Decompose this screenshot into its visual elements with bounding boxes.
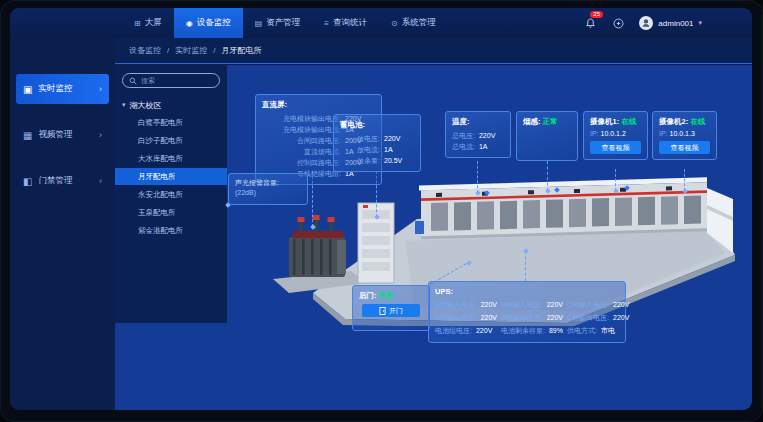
metric-value: 1A: [479, 141, 504, 152]
nav-item-system[interactable]: ⊙ 系统管理: [379, 8, 448, 38]
metric-value: 220V: [547, 299, 565, 310]
sidebar-item-label: 门禁管理: [38, 175, 72, 187]
metric-label: A相输出电压:: [435, 312, 477, 323]
station-tree: ▾ 湖大校区 白鹭亭配电所 白沙子配电所 大水库配电所 月牙配电所 永安北配电所…: [122, 97, 220, 239]
panel-title: 烟感: 正常: [523, 117, 571, 127]
metric-value: 220V: [481, 312, 499, 323]
chevron-right-icon: ›: [99, 130, 102, 140]
breadcrumb: 设备监控 / 实时监控 / 月牙配电所: [115, 38, 752, 64]
big-screen-icon: ⊞: [134, 19, 141, 28]
main-nav: ⊞ 大屏 ◉ 设备监控 ▤ 资产管理 ≡ 查询统计 ⊙ 系统管理: [122, 8, 448, 38]
open-door-label: 开门: [389, 306, 403, 316]
status-badge: 在线: [690, 117, 705, 126]
view-video-button[interactable]: 查看视频: [659, 141, 710, 154]
breadcrumb-current: 月牙配电所: [221, 45, 261, 56]
monitor-icon: ◉: [186, 19, 193, 28]
temperature-panel: 温度: 总电压:220V 总电流:1A: [445, 111, 511, 158]
view-video-button[interactable]: 查看视频: [590, 141, 641, 154]
metric-label: C相输入电压:: [567, 299, 609, 310]
notification-badge: 25: [590, 11, 603, 18]
door-panel: 后门: 关闭 开门: [352, 285, 430, 331]
fullscreen-button[interactable]: [611, 16, 625, 30]
tree-search-input[interactable]: [141, 77, 213, 84]
panel-title: 后门: 关闭: [359, 291, 423, 301]
metric-label: 电池组电压:: [435, 325, 472, 336]
metric-label: 控制回路电压:: [262, 157, 341, 168]
alarm-value: (22dB): [235, 188, 301, 198]
nav-item-query[interactable]: ≡ 查询统计: [312, 8, 379, 38]
notification-bell-button[interactable]: 25: [583, 16, 597, 30]
device-frame: ⊞ 大屏 ◉ 设备监控 ▤ 资产管理 ≡ 查询统计 ⊙ 系统管理: [0, 0, 763, 422]
chevron-down-icon: ▾: [698, 19, 702, 27]
ip-value: 10.0.1.3: [670, 130, 695, 137]
query-stats-icon: ≡: [324, 19, 329, 28]
metric-value: 1A: [384, 144, 414, 155]
alarm-label: 声光报警音量:: [235, 178, 301, 188]
connector-line: [547, 161, 548, 191]
metric-value: 220V: [547, 312, 565, 323]
chevron-right-icon: ›: [99, 176, 102, 186]
tree-collapse-icon: ▾: [122, 101, 126, 109]
tree-group-campus[interactable]: ▾ 湖大校区: [122, 97, 220, 113]
metric-label: B相输出电压:: [501, 312, 543, 323]
tree-item-station[interactable]: 大水库配电所: [115, 150, 227, 167]
metric-label: 总电流:: [452, 141, 475, 152]
nav-label: 设备监控: [197, 17, 231, 29]
camera2-panel: 摄像机2: 在线 IP: 10.0.1.3 查看视频: [652, 111, 717, 160]
tree-item-station[interactable]: 白鹭亭配电所: [115, 114, 227, 131]
breadcrumb-item[interactable]: 设备监控: [129, 45, 161, 56]
tree-item-station[interactable]: 紫金港配电所: [115, 222, 227, 239]
panel-title: 摄像机2: 在线: [659, 117, 710, 127]
main-area: 设备监控 / 实时监控 / 月牙配电所: [115, 38, 752, 410]
panel-title: 摄像机1: 在线: [590, 117, 641, 127]
status-badge: 正常: [543, 117, 558, 126]
metric-value: 220V: [384, 133, 414, 144]
nav-label: 查询统计: [333, 17, 367, 29]
metric-value: 220V: [476, 325, 499, 336]
camera-ip: IP: 10.0.1.2: [590, 130, 641, 137]
metric-label: 放电流:: [340, 144, 380, 155]
sidebar-item-realtime[interactable]: ▣ 实时监控 ›: [16, 74, 109, 104]
panel-title: UPS:: [435, 287, 619, 296]
metric-label: 直流馈电流:: [262, 146, 341, 157]
ip-value: 10.0.1.2: [601, 130, 626, 137]
metric-value: 220V: [613, 312, 629, 323]
tree-item-station[interactable]: 白沙子配电所: [115, 132, 227, 149]
tree-search[interactable]: [122, 73, 220, 88]
sidebar-item-video[interactable]: ▦ 视频管理 ›: [16, 120, 109, 150]
connector-line: [615, 169, 616, 191]
nav-label: 系统管理: [402, 17, 436, 29]
user-menu[interactable]: admin001 ▾: [639, 16, 702, 30]
sidebar-item-label: 视频管理: [38, 129, 72, 141]
video-icon: ▦: [23, 130, 32, 141]
connector-line: [525, 251, 526, 281]
nav-label: 大屏: [145, 17, 162, 29]
search-icon: [129, 77, 137, 85]
smoke-sensor-panel: 烟感: 正常: [516, 111, 578, 161]
metric-label: 放电压:: [340, 133, 380, 144]
open-door-button[interactable]: 开门: [362, 304, 420, 317]
metric-label: A相输入电压:: [435, 299, 477, 310]
metric-value: 220V: [481, 299, 499, 310]
nav-item-dashboard[interactable]: ⊞ 大屏: [122, 8, 174, 38]
tree-item-station-selected[interactable]: 月牙配电所: [115, 168, 227, 185]
breadcrumb-separator: /: [213, 46, 215, 55]
metric-label: 总电压:: [452, 130, 475, 141]
nav-item-assets[interactable]: ▤ 资产管理: [243, 8, 313, 38]
metric-label: 供电方式:: [567, 325, 597, 336]
realtime-monitor-icon: ▣: [23, 84, 32, 95]
tree-item-station[interactable]: 玉泉配电所: [115, 204, 227, 221]
metric-label: 放余量:: [340, 155, 380, 166]
panel-title: 温度:: [452, 117, 504, 127]
metric-label: 合闸回路电压:: [262, 135, 341, 146]
system-gear-icon: ⊙: [391, 19, 398, 28]
camera-ip: IP: 10.0.1.3: [659, 130, 710, 137]
tree-item-station[interactable]: 永安北配电所: [115, 186, 227, 203]
metric-label: 充电模块输出电压:: [262, 113, 341, 124]
nav-item-device-monitor[interactable]: ◉ 设备监控: [174, 8, 243, 38]
camera-label: 摄像机1:: [590, 117, 619, 126]
connector-line: [684, 169, 685, 191]
breadcrumb-item[interactable]: 实时监控: [175, 45, 207, 56]
sidebar-item-access[interactable]: ◧ 门禁管理 ›: [16, 166, 109, 196]
smoke-label: 烟感:: [523, 117, 541, 126]
